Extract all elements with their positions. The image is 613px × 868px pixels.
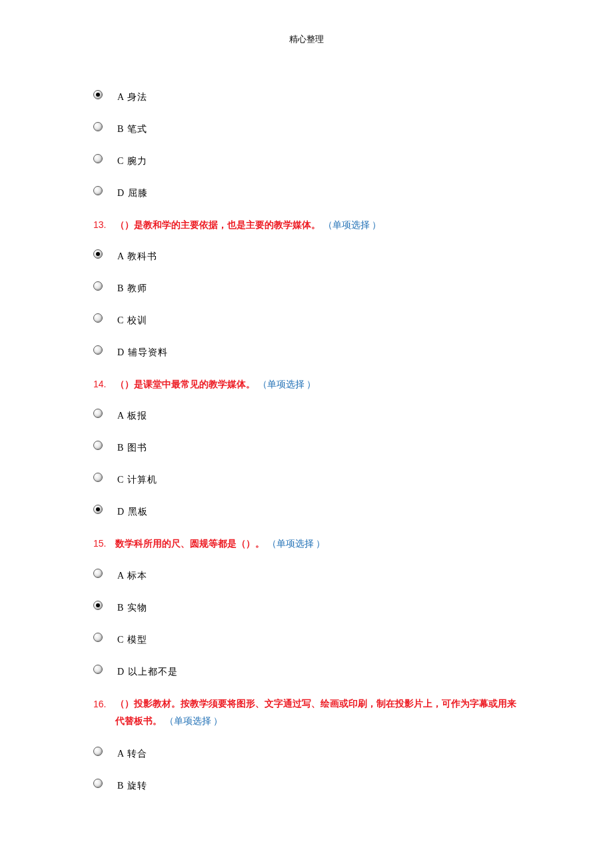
option-label: A 板报 (117, 410, 147, 422)
question-type: （单项选择 ） (323, 220, 382, 230)
radio-icon[interactable] (93, 665, 103, 674)
question-text-container: （）是教和学的主要依据，也是主要的教学媒体。 （单项选择 ） (115, 217, 381, 233)
option-row[interactable]: B 旋转 (93, 777, 520, 789)
radio-icon[interactable] (93, 779, 103, 788)
page-header: 精心整理 (93, 33, 520, 45)
option-label: B 旋转 (117, 780, 147, 792)
option-label: A 转合 (117, 748, 147, 760)
option-row[interactable]: D 以上都不是 (93, 663, 520, 675)
option-row[interactable]: C 校训 (93, 312, 520, 324)
document-page: 精心整理 A 身法 B 笔式 C 腕力 D 屈膝 13. （）是教和学的主要依据… (0, 0, 613, 849)
option-label: D 黑板 (117, 506, 148, 518)
option-label: D 辅导资料 (117, 347, 168, 359)
question-text: （）是教和学的主要依据，也是主要的教学媒体。 (115, 220, 320, 230)
question-text-container: （）是课堂中最常见的教学媒体。 （单项选择 ） (115, 376, 316, 393)
option-row[interactable]: B 图书 (93, 439, 520, 451)
radio-icon[interactable] (93, 473, 103, 482)
option-row[interactable]: C 计算机 (93, 471, 520, 483)
option-row[interactable]: D 屈膝 (93, 185, 520, 197)
question-text: （）是课堂中最常见的教学媒体。 (115, 379, 255, 389)
radio-icon[interactable] (93, 569, 103, 578)
question-row: 15. 数学科所用的尺、圆规等都是（）。 （单项选择 ） (93, 535, 520, 552)
radio-icon[interactable] (93, 122, 103, 131)
question-text-container: 数学科所用的尺、圆规等都是（）。 （单项选择 ） (115, 535, 325, 552)
question-number: 16. (93, 695, 106, 731)
option-row[interactable]: D 黑板 (93, 503, 520, 515)
radio-icon[interactable] (93, 281, 103, 291)
option-row[interactable]: A 标本 (93, 567, 520, 579)
question-row: 16. （）投影教材。按教学须要将图形、文字通过写、绘画或印刷，制在投影片上，可… (93, 695, 520, 731)
radio-icon[interactable] (93, 345, 103, 355)
option-label: B 笔式 (117, 123, 147, 135)
radio-selected-icon[interactable] (93, 505, 103, 514)
option-label: B 教师 (117, 283, 147, 295)
option-label: C 模型 (117, 634, 147, 646)
question-number: 13. (93, 217, 106, 233)
option-row[interactable]: C 模型 (93, 631, 520, 643)
option-label: A 教科书 (117, 251, 157, 263)
option-row[interactable]: B 笔式 (93, 121, 520, 133)
radio-icon[interactable] (93, 441, 103, 450)
radio-icon[interactable] (93, 409, 103, 418)
question-row: 13. （）是教和学的主要依据，也是主要的教学媒体。 （单项选择 ） (93, 217, 520, 233)
question-text: 数学科所用的尺、圆规等都是（）。 (115, 539, 265, 549)
option-label: C 腕力 (117, 155, 147, 167)
question-type: （单项选择 ） (267, 539, 326, 549)
radio-selected-icon[interactable] (93, 249, 103, 259)
question-text-container: （）投影教材。按教学须要将图形、文字通过写、绘画或印刷，制在投影片上，可作为字幕… (115, 695, 520, 731)
option-label: D 以上都不是 (117, 666, 178, 678)
option-row[interactable]: A 身法 (93, 89, 520, 101)
option-label: B 图书 (117, 442, 147, 454)
option-label: D 屈膝 (117, 187, 148, 199)
option-label: B 实物 (117, 602, 147, 614)
option-label: C 校训 (117, 315, 147, 327)
question-number: 14. (93, 376, 106, 393)
option-row[interactable]: D 辅导资料 (93, 344, 520, 356)
option-row[interactable]: A 转合 (93, 745, 520, 757)
question-type: （单项选择 ） (165, 716, 223, 726)
option-row[interactable]: B 教师 (93, 280, 520, 292)
radio-selected-icon[interactable] (93, 90, 103, 99)
radio-icon[interactable] (93, 154, 103, 163)
question-row: 14. （）是课堂中最常见的教学媒体。 （单项选择 ） (93, 376, 520, 393)
radio-selected-icon[interactable] (93, 601, 103, 610)
option-row[interactable]: C 腕力 (93, 153, 520, 165)
radio-icon[interactable] (93, 747, 103, 756)
question-type: （单项选择 ） (258, 379, 316, 389)
option-row[interactable]: B 实物 (93, 599, 520, 611)
option-row[interactable]: A 板报 (93, 407, 520, 419)
radio-icon[interactable] (93, 313, 103, 323)
radio-icon[interactable] (93, 633, 103, 642)
option-label: A 标本 (117, 570, 147, 582)
radio-icon[interactable] (93, 186, 103, 195)
option-row[interactable]: A 教科书 (93, 248, 520, 260)
option-label: A 身法 (117, 91, 147, 103)
option-label: C 计算机 (117, 474, 157, 486)
question-number: 15. (93, 535, 106, 552)
